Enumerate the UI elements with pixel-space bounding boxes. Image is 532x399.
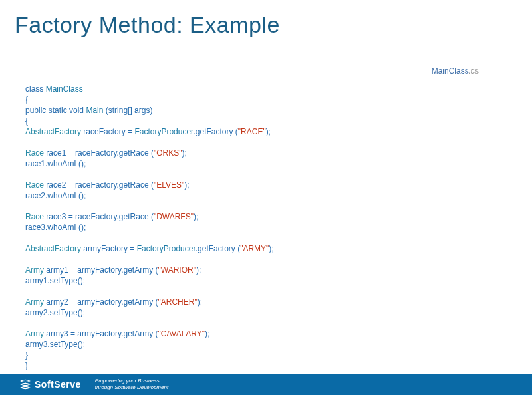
footer-brand: SoftServe (35, 379, 81, 390)
code-line: public static void Main (string[] args) (25, 105, 505, 116)
code-line: race3.whoAmI (); (25, 222, 505, 233)
footer-tagline-1: Empowering your Business (95, 378, 160, 384)
code-line: Army army1 = armyFactory.getArmy ("WARIO… (25, 265, 505, 275)
code-line (25, 286, 505, 297)
code-line: army2.setType(); (25, 307, 505, 318)
code-line: class MainClass (25, 84, 505, 94)
footer-divider (88, 377, 88, 392)
code-line: } (25, 350, 505, 360)
filename-base: MainClass (432, 66, 469, 76)
filename-ext: .cs (469, 66, 479, 76)
footer-tagline: Empowering your Business through Softwar… (95, 378, 168, 391)
code-line (25, 169, 505, 180)
code-line: army3.setType(); (25, 339, 505, 350)
code-line: AbstractFactory raceFactory = FactoryPro… (25, 126, 505, 137)
logo-icon (19, 378, 32, 391)
slide-title: Factory Method: Example (0, 0, 532, 38)
code-line: { (25, 116, 505, 126)
code-line: Race race2 = raceFactory.getRace ("ELVES… (25, 180, 505, 190)
code-line: army1.setType(); (25, 275, 505, 286)
code-line: } (25, 360, 505, 371)
code-line (25, 137, 505, 148)
filename-label: MainClass.cs (432, 66, 479, 76)
code-line: Army army3 = armyFactory.getArmy ("CAVAL… (25, 329, 505, 339)
footer-tagline-2: through Software Development (95, 384, 168, 390)
code-line: Race race1 = raceFactory.getRace ("ORKS"… (25, 148, 505, 158)
code-block: class MainClass{public static void Main … (25, 84, 505, 371)
code-line (25, 233, 505, 243)
code-line: race2.whoAmI (); (25, 190, 505, 201)
code-line (25, 201, 505, 211)
slide: Factory Method: Example MainClass.cs cla… (0, 0, 532, 399)
footer: SoftServe Empowering your Business throu… (0, 374, 532, 395)
divider (0, 80, 532, 80)
code-line: AbstractFactory armyFactory = FactoryPro… (25, 243, 505, 254)
code-line (25, 254, 505, 265)
code-line: race1.whoAmI (); (25, 158, 505, 169)
code-line (25, 318, 505, 329)
code-line: Race race3 = raceFactory.getRace ("DWARF… (25, 211, 505, 222)
code-line: Army army2 = armyFactory.getArmy ("ARCHE… (25, 297, 505, 307)
code-line: { (25, 94, 505, 105)
